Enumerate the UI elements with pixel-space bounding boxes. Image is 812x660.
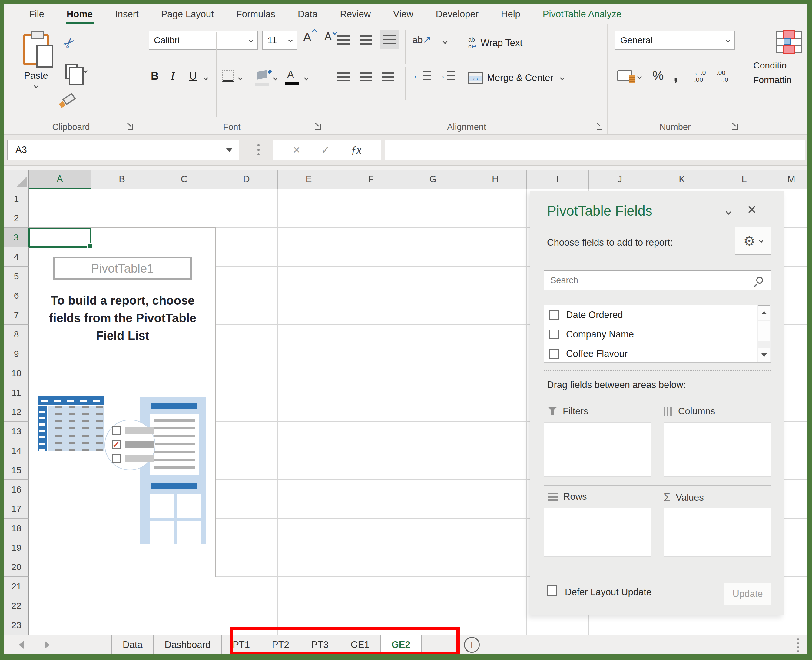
row-header[interactable]: 16 [4,480,29,499]
row-header[interactable]: 22 [4,596,29,616]
align-bottom-button-selected[interactable] [380,30,399,49]
pane-options-chevron-icon[interactable] [726,209,731,214]
row-header[interactable]: 23 [4,616,29,635]
column-header[interactable]: A [29,170,91,189]
format-painter-icon[interactable] [62,93,76,105]
paste-dropdown-icon[interactable] [33,84,38,89]
column-header[interactable]: K [651,170,713,189]
field-checkbox[interactable] [549,310,559,320]
row-header[interactable]: 13 [4,422,29,441]
new-sheet-button[interactable]: + [464,637,480,653]
orientation-button[interactable]: ab↗ [412,33,431,46]
column-header[interactable]: H [464,170,527,189]
values-drop-zone[interactable] [664,508,771,557]
row-header[interactable]: 15 [4,460,29,480]
underline-dropdown-icon[interactable] [203,76,208,81]
column-header[interactable]: C [153,170,215,189]
bold-button[interactable]: B [151,70,159,82]
row-header[interactable]: 8 [4,325,29,344]
merge-center-button[interactable]: ↔ Merge & Center [468,72,564,84]
fill-color-dropdown-icon[interactable] [273,76,278,81]
row-header[interactable]: 19 [4,538,29,557]
align-left-button[interactable] [338,72,349,81]
ribbon-tab[interactable]: Data [287,4,328,24]
row-header[interactable]: 6 [4,286,29,305]
accounting-format-icon[interactable] [617,70,633,81]
row-header[interactable]: 11 [4,383,29,402]
defer-layout-checkbox[interactable] [547,585,557,596]
field-item[interactable]: Company Name [544,325,771,344]
ribbon-tab[interactable]: Help [490,4,531,24]
ribbon-tab[interactable]: PivotTable Analyze [531,4,633,24]
align-right-button[interactable] [382,72,394,81]
ribbon-tab[interactable]: Page Layout [150,4,225,24]
cancel-icon[interactable]: × [293,143,300,157]
borders-dropdown-icon[interactable] [238,76,243,81]
row-header[interactable]: 3 [4,228,29,247]
underline-button[interactable]: U [189,70,197,82]
row-header[interactable]: 1 [4,189,29,208]
row-header[interactable]: 17 [4,499,29,519]
scroll-down-button[interactable] [758,348,770,362]
font-color-button[interactable]: A [287,68,294,80]
row-header[interactable]: 18 [4,519,29,538]
orientation-dropdown-icon[interactable] [443,40,448,44]
fill-color-icon[interactable] [257,70,268,80]
ribbon-tab[interactable]: Review [328,4,382,24]
align-middle-button[interactable] [360,35,372,44]
percent-style-button[interactable]: % [652,68,664,83]
column-header[interactable]: J [589,170,651,189]
row-header[interactable]: 2 [4,208,29,228]
align-top-button[interactable] [338,35,349,44]
increase-decimal-button[interactable]: ←.0.00 [694,69,706,83]
number-dialog-launcher-icon[interactable] [731,123,739,131]
accounting-dropdown-icon[interactable] [637,75,642,79]
next-sheet-icon[interactable] [45,641,50,649]
column-header[interactable]: B [91,170,153,189]
row-header[interactable]: 20 [4,557,29,577]
row-header[interactable]: 4 [4,247,29,267]
sheet-tab[interactable]: Dashboard [153,635,221,654]
prev-sheet-icon[interactable] [19,641,24,649]
ribbon-tab[interactable]: Formulas [225,4,287,24]
formula-input[interactable] [385,140,805,160]
number-format-select[interactable]: General [615,31,735,50]
gripper-dots-icon[interactable] [257,144,260,146]
clipboard-dialog-launcher-icon[interactable] [126,123,134,131]
sheet-tab[interactable]: Data [111,635,153,654]
name-box-dropdown-icon[interactable] [226,148,233,152]
column-header[interactable]: M [776,170,807,189]
name-box[interactable]: A3 [7,140,239,160]
increase-font-button[interactable]: A [303,30,311,44]
increase-indent-button[interactable]: → [437,70,455,81]
font-name-select[interactable]: Calibri [149,31,258,50]
column-header[interactable]: D [215,170,278,189]
conditional-formatting-label[interactable]: ConditioFormattin [753,58,792,87]
column-header[interactable]: L [713,170,776,189]
font-color-dropdown-icon[interactable] [304,76,309,81]
enter-icon[interactable]: ✓ [321,143,330,157]
ribbon-tab[interactable]: File [18,4,56,24]
field-item[interactable]: Date Ordered [544,305,771,325]
wrap-text-button[interactable]: abc↩ Wrap Text [468,36,522,50]
column-header[interactable]: E [278,170,340,189]
column-header[interactable]: I [527,170,589,189]
align-center-button[interactable] [360,72,372,81]
row-header[interactable]: 5 [4,267,29,286]
ribbon-tab[interactable]: View [382,4,425,24]
columns-drop-zone[interactable] [664,422,771,477]
cut-icon[interactable]: ✂ [59,33,79,52]
tabbar-gripper-icon[interactable] [797,638,799,640]
row-header[interactable]: 14 [4,441,29,460]
column-header[interactable]: F [340,170,402,189]
copy-dropdown-icon[interactable] [83,68,88,73]
tools-button[interactable]: ⚙ [735,227,771,255]
decrease-decimal-button[interactable]: .00→.0 [717,69,728,83]
column-header[interactable]: G [402,170,464,189]
rows-drop-zone[interactable] [544,508,652,557]
font-dialog-launcher-icon[interactable] [314,123,322,131]
ribbon-tab[interactable]: Insert [104,4,150,24]
ribbon-tab[interactable]: Developer [425,4,490,24]
scrollbar-thumb[interactable] [758,321,770,341]
font-size-select[interactable]: 11 [262,31,297,50]
